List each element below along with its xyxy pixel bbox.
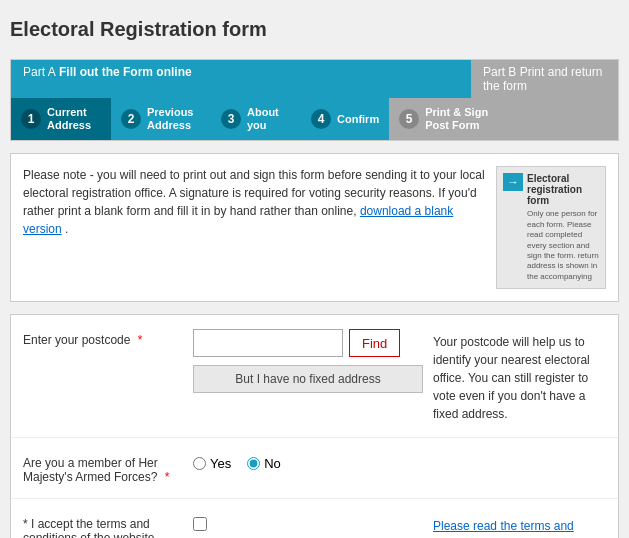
radio-yes-option[interactable]: Yes	[193, 456, 231, 471]
terms-link[interactable]: Please read the terms and conditions bef…	[433, 519, 579, 538]
step-4-label: Confirm	[337, 113, 379, 126]
radio-yes-label: Yes	[210, 456, 231, 471]
find-button[interactable]: Find	[349, 329, 400, 357]
armed-forces-required-marker: *	[161, 470, 169, 484]
step-4-number: 4	[311, 109, 331, 129]
step-5-print-sign: 5 Print & SignPost Form	[389, 98, 618, 140]
postcode-required-marker: *	[134, 333, 142, 347]
step-3-label: About you	[247, 106, 291, 132]
progress-bar: Part A Fill out the Form online Part B P…	[10, 59, 619, 141]
step-5-number: 5	[399, 109, 419, 129]
terms-input-area	[193, 513, 423, 531]
step-3-number: 3	[221, 109, 241, 129]
step-3-about-you[interactable]: 3 About you	[211, 98, 301, 140]
step-2-label: PreviousAddress	[147, 106, 193, 132]
postcode-help: Your postcode will help us to identify y…	[433, 329, 606, 423]
notice-text: Please note - you will need to print out…	[23, 166, 486, 238]
step-4-confirm[interactable]: 4 Confirm	[301, 98, 389, 140]
terms-label: * I accept the terms and conditions of t…	[23, 513, 183, 538]
radio-no-label: No	[264, 456, 281, 471]
step-2-number: 2	[121, 109, 141, 129]
step-1-label: CurrentAddress	[47, 106, 91, 132]
no-fixed-address-button[interactable]: But I have no fixed address	[193, 365, 423, 393]
part-a-label: Part A Fill out the Form online	[11, 60, 471, 98]
step-1-current-address[interactable]: 1 CurrentAddress	[11, 98, 111, 140]
form-section: Enter your postcode * Find But I have no…	[10, 314, 619, 538]
step-2-previous-address[interactable]: 2 PreviousAddress	[111, 98, 211, 140]
armed-forces-help	[433, 452, 606, 456]
armed-forces-row: Are you a member of Her Majesty's Armed …	[11, 438, 618, 499]
notice-image-subtext: Only one person for each form. Please re…	[527, 209, 599, 282]
step-1-number: 1	[21, 109, 41, 129]
postcode-row: Enter your postcode * Find But I have no…	[11, 315, 618, 438]
arrow-icon: →	[503, 173, 523, 191]
armed-forces-input-area: Yes No	[193, 452, 423, 471]
notice-image-title: Electoral registration form	[527, 173, 599, 206]
terms-row: * I accept the terms and conditions of t…	[11, 499, 618, 538]
notice-box: Please note - you will need to print out…	[10, 153, 619, 302]
radio-no[interactable]	[247, 457, 260, 470]
terms-checkbox[interactable]	[193, 517, 207, 531]
postcode-input[interactable]	[193, 329, 343, 357]
radio-yes[interactable]	[193, 457, 206, 470]
page-title: Electoral Registration form	[10, 10, 619, 49]
postcode-label: Enter your postcode *	[23, 329, 183, 347]
terms-help: Please read the terms and conditions bef…	[433, 513, 606, 538]
part-b-label: Part B Print and return the form	[471, 60, 618, 98]
radio-no-option[interactable]: No	[247, 456, 281, 471]
step-5-label: Print & SignPost Form	[425, 106, 488, 132]
armed-forces-label: Are you a member of Her Majesty's Armed …	[23, 452, 183, 484]
notice-image: → Electoral registration form Only one p…	[496, 166, 606, 289]
postcode-input-area: Find But I have no fixed address	[193, 329, 423, 393]
